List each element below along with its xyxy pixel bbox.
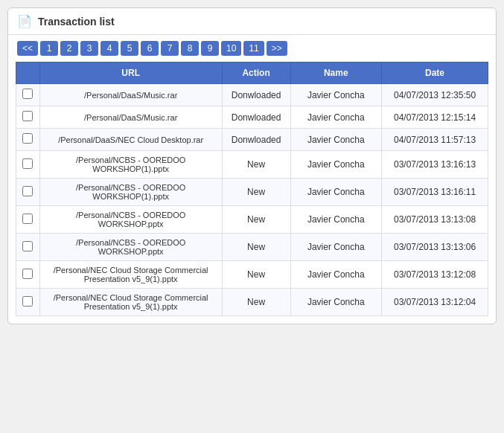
table-row: /Personal/NCBS - OOREDOO WORKSHOP(1).ppt…: [16, 151, 488, 179]
table-header-row: URL Action Name Date: [16, 62, 488, 84]
row-checkbox[interactable]: [22, 269, 33, 279]
page-title: Transaction list: [38, 16, 115, 28]
row-checkbox[interactable]: [22, 111, 33, 121]
page-2-button[interactable]: 2: [60, 41, 78, 56]
page-11-button[interactable]: 11: [243, 41, 264, 56]
row-action: New: [222, 261, 290, 289]
document-icon: 📄: [17, 14, 32, 28]
row-name: Javier Concha: [290, 206, 382, 234]
row-action: New: [222, 179, 290, 206]
row-checkbox[interactable]: [22, 214, 33, 224]
row-action: Donwloaded: [222, 84, 290, 106]
row-checkbox-cell: [16, 234, 40, 261]
page-3-button[interactable]: 3: [80, 41, 98, 56]
table-row: /Personal/DaaS/NEC Cloud Desktop.rarDonw…: [16, 129, 488, 151]
row-url: /Personal/NCBS - OOREDOO WORKSHOP(1).ppt…: [39, 179, 222, 206]
prev-page-button[interactable]: <<: [17, 41, 38, 56]
table-row: /Personal/NEC Cloud Storage Commercial P…: [16, 261, 488, 289]
col-header-name: Name: [290, 62, 382, 84]
col-header-url: URL: [39, 62, 222, 84]
col-header-date: Date: [382, 62, 488, 84]
col-header-action: Action: [222, 62, 290, 84]
row-checkbox[interactable]: [22, 186, 33, 196]
row-url: /Personal/NEC Cloud Storage Commercial P…: [39, 289, 222, 316]
row-checkbox-cell: [16, 106, 40, 129]
page-header: 📄 Transaction list: [8, 8, 496, 35]
row-action: New: [222, 234, 290, 261]
row-checkbox[interactable]: [22, 133, 33, 144]
row-date: 04/07/2013 11:57:13: [382, 129, 488, 151]
page-7-button[interactable]: 7: [161, 41, 179, 56]
row-url: /Personal/NEC Cloud Storage Commercial P…: [39, 261, 222, 289]
row-date: 03/07/2013 13:12:08: [382, 261, 488, 289]
row-url: /Personal/NCBS - OOREDOO WORKSHOP(1).ppt…: [39, 151, 222, 179]
row-date: 03/07/2013 13:13:06: [382, 234, 488, 261]
row-date: 03/07/2013 13:16:13: [382, 151, 488, 179]
row-checkbox-cell: [16, 289, 40, 316]
row-name: Javier Concha: [290, 129, 382, 151]
page-6-button[interactable]: 6: [141, 41, 159, 56]
col-header-checkbox: [16, 62, 40, 84]
row-name: Javier Concha: [290, 179, 382, 206]
transaction-table: URL Action Name Date /Personal/DaaS/Musi…: [16, 62, 488, 316]
row-url: /Personal/DaaS/Music.rar: [39, 106, 222, 129]
row-date: 03/07/2013 13:12:04: [382, 289, 488, 316]
main-container: 📄 Transaction list << 1 2 3 4 5 6 7 8 9 …: [7, 7, 497, 324]
table-row: /Personal/NEC Cloud Storage Commercial P…: [16, 289, 488, 316]
page-9-button[interactable]: 9: [201, 41, 219, 56]
row-action: New: [222, 206, 290, 234]
row-checkbox-cell: [16, 206, 40, 234]
page-4-button[interactable]: 4: [101, 41, 118, 56]
next-page-button[interactable]: >>: [267, 41, 287, 56]
row-url: /Personal/NCBS - OOREDOO WORKSHOP.pptx: [39, 234, 222, 261]
row-checkbox[interactable]: [22, 89, 33, 99]
row-date: 04/07/2013 12:15:14: [382, 106, 488, 129]
row-url: /Personal/DaaS/Music.rar: [39, 84, 222, 106]
row-checkbox-cell: [16, 84, 40, 106]
row-checkbox-cell: [16, 179, 40, 206]
row-action: Donwloaded: [222, 106, 290, 129]
table-row: /Personal/NCBS - OOREDOO WORKSHOP.pptxNe…: [16, 206, 488, 234]
row-action: New: [222, 289, 290, 316]
page-10-button[interactable]: 10: [221, 41, 241, 56]
row-checkbox[interactable]: [22, 158, 33, 169]
page-5-button[interactable]: 5: [121, 41, 138, 56]
pagination: << 1 2 3 4 5 6 7 8 9 10 11 >>: [8, 35, 496, 62]
table-row: /Personal/DaaS/Music.rarDonwloadedJavier…: [16, 106, 488, 129]
row-url: /Personal/NCBS - OOREDOO WORKSHOP.pptx: [39, 206, 222, 234]
row-checkbox-cell: [16, 151, 40, 179]
row-checkbox-cell: [16, 261, 40, 289]
row-name: Javier Concha: [290, 151, 382, 179]
table-row: /Personal/NCBS - OOREDOO WORKSHOP.pptxNe…: [16, 234, 488, 261]
page-8-button[interactable]: 8: [181, 41, 199, 56]
row-date: 04/07/2013 12:35:50: [382, 84, 488, 106]
row-checkbox-cell: [16, 129, 40, 151]
row-name: Javier Concha: [290, 261, 382, 289]
row-date: 03/07/2013 13:13:08: [382, 206, 488, 234]
table-row: /Personal/NCBS - OOREDOO WORKSHOP(1).ppt…: [16, 179, 488, 206]
row-checkbox[interactable]: [22, 241, 33, 251]
row-checkbox[interactable]: [22, 296, 33, 307]
table-row: /Personal/DaaS/Music.rarDonwloadedJavier…: [16, 84, 488, 106]
page-1-button[interactable]: 1: [40, 41, 58, 56]
row-url: /Personal/DaaS/NEC Cloud Desktop.rar: [39, 129, 222, 151]
row-name: Javier Concha: [290, 289, 382, 316]
row-name: Javier Concha: [290, 106, 382, 129]
row-action: Donwloaded: [222, 129, 290, 151]
row-name: Javier Concha: [290, 84, 382, 106]
row-date: 03/07/2013 13:16:11: [382, 179, 488, 206]
row-name: Javier Concha: [290, 234, 382, 261]
row-action: New: [222, 151, 290, 179]
